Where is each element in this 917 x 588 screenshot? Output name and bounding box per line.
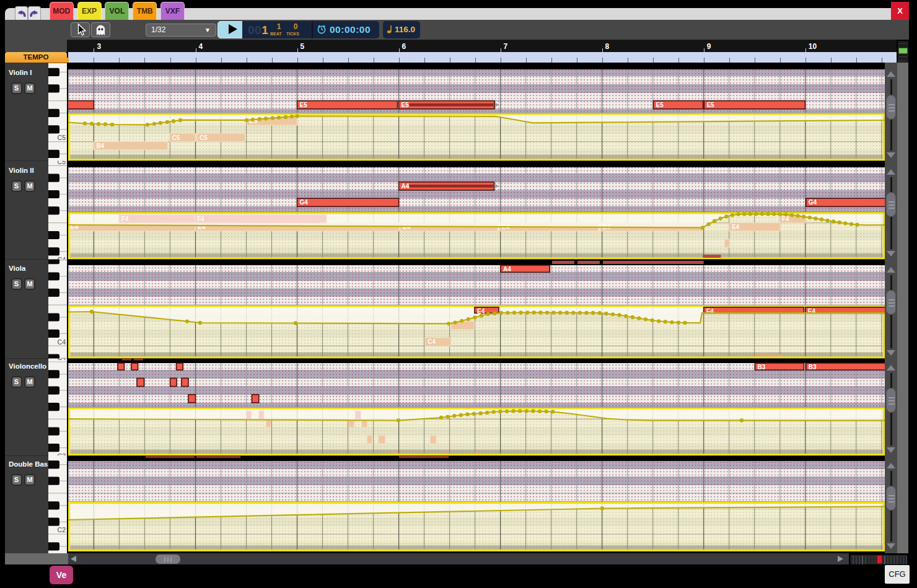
svg-text:E4: E4 <box>808 308 816 315</box>
svg-text:F4: F4 <box>197 216 204 222</box>
svg-text:B3: B3 <box>809 364 817 371</box>
svg-text:F4: F4 <box>782 216 789 222</box>
svg-text:E4: E4 <box>477 308 485 315</box>
svg-text:C4: C4 <box>428 338 436 345</box>
svg-text:B3: B3 <box>758 364 766 371</box>
svg-text:C5: C5 <box>58 134 66 141</box>
svg-text:G4: G4 <box>300 199 309 206</box>
svg-text:C5: C5 <box>200 134 208 141</box>
svg-text:E4: E4 <box>706 308 714 315</box>
svg-text:C5: C5 <box>172 134 180 141</box>
svg-text:C2: C2 <box>58 526 66 533</box>
svg-text:E5: E5 <box>300 102 308 108</box>
svg-text:E4: E4 <box>732 224 740 230</box>
svg-text:A4: A4 <box>401 183 410 190</box>
svg-text:E5: E5 <box>401 102 410 108</box>
svg-text:E5: E5 <box>656 102 664 108</box>
svg-text:B4: B4 <box>96 143 104 149</box>
svg-text:G4: G4 <box>809 199 817 206</box>
svg-text:C4: C4 <box>58 338 66 346</box>
svg-text:E4: E4 <box>198 224 206 230</box>
svg-text:E5: E5 <box>706 102 714 108</box>
svg-text:A4: A4 <box>503 266 511 273</box>
svg-text:F4: F4 <box>121 216 129 222</box>
